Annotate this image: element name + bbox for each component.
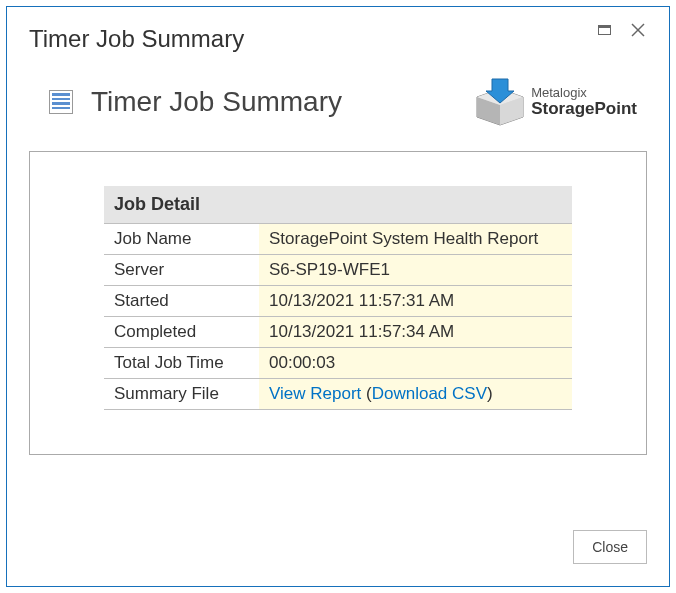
content-panel: Job Detail Job Name StoragePoint System …	[29, 151, 647, 455]
value-total-time: 00:00:03	[259, 348, 572, 379]
window-controls	[598, 21, 647, 39]
value-server: S6-SP19-WFE1	[259, 255, 572, 286]
brand-line2: StoragePoint	[531, 100, 637, 118]
close-button[interactable]: Close	[573, 530, 647, 564]
table-header-row: Job Detail	[104, 186, 572, 224]
value-job-name: StoragePoint System Health Report	[259, 224, 572, 255]
brand-line1: Metalogix	[531, 86, 637, 100]
label-started: Started	[104, 286, 259, 317]
label-job-name: Job Name	[104, 224, 259, 255]
brand-logo: Metalogix StoragePoint	[475, 77, 637, 127]
dialog-window: Timer Job Summary Timer Job Summary	[6, 6, 670, 587]
window-title: Timer Job Summary	[29, 25, 244, 53]
storagepoint-box-icon	[475, 77, 525, 127]
table-row: Total Job Time 00:00:03	[104, 348, 572, 379]
brand-text: Metalogix StoragePoint	[531, 86, 637, 117]
maximize-icon[interactable]	[598, 25, 611, 35]
value-completed: 10/13/2021 11:57:34 AM	[259, 317, 572, 348]
table-row: Server S6-SP19-WFE1	[104, 255, 572, 286]
table-row: Started 10/13/2021 11:57:31 AM	[104, 286, 572, 317]
value-summary-file: View Report (Download CSV)	[259, 379, 572, 410]
label-server: Server	[104, 255, 259, 286]
label-completed: Completed	[104, 317, 259, 348]
page-title: Timer Job Summary	[91, 86, 342, 118]
value-started: 10/13/2021 11:57:31 AM	[259, 286, 572, 317]
view-report-link[interactable]: View Report	[269, 384, 361, 403]
paren-close: )	[487, 384, 493, 403]
titlebar: Timer Job Summary	[29, 25, 647, 53]
job-detail-table: Job Detail Job Name StoragePoint System …	[104, 186, 572, 410]
document-icon	[49, 90, 73, 114]
header: Timer Job Summary Metalogix StoragePoint	[49, 77, 637, 127]
header-left: Timer Job Summary	[49, 86, 342, 118]
table-row: Job Name StoragePoint System Health Repo…	[104, 224, 572, 255]
table-row: Completed 10/13/2021 11:57:34 AM	[104, 317, 572, 348]
table-row: Summary File View Report (Download CSV)	[104, 379, 572, 410]
label-summary-file: Summary File	[104, 379, 259, 410]
close-icon[interactable]	[629, 21, 647, 39]
download-csv-link[interactable]: Download CSV	[372, 384, 487, 403]
section-title: Job Detail	[104, 186, 572, 224]
footer: Close	[573, 530, 647, 564]
label-total-time: Total Job Time	[104, 348, 259, 379]
